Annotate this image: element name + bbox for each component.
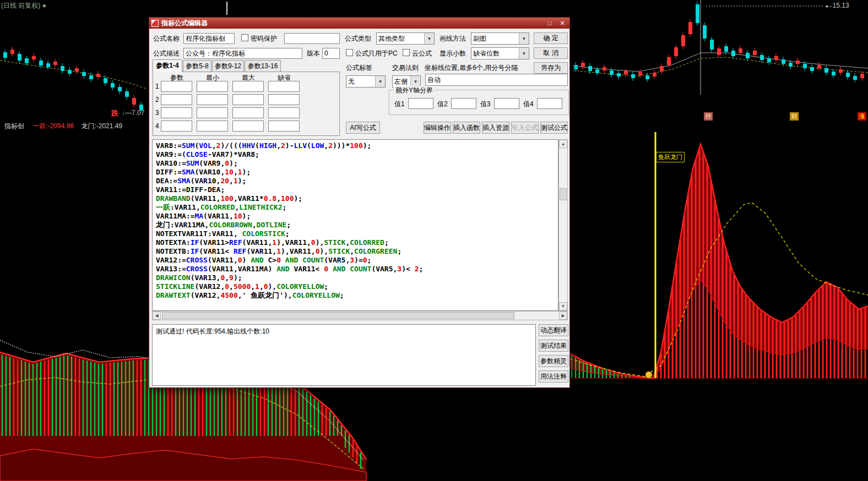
insert-function-button[interactable]: 插入函数 [453,122,480,134]
param-col-header: 缺省 [278,74,291,81]
dynamic-translate-button[interactable]: 动态翻译 [539,324,568,336]
y-value-input-1[interactable] [408,98,433,109]
param-input-r2c4[interactable] [268,94,300,105]
y-value-input-2[interactable] [451,98,476,109]
tab-params-4[interactable]: 参数13-16 [245,60,281,72]
formula-tag-select[interactable]: 无▼ [346,75,386,88]
axis-position-input[interactable]: 自动 [425,74,568,86]
chevron-down-icon[interactable]: ▼ [410,76,420,87]
param-input-r4c3[interactable] [232,121,264,132]
insert-resource-button[interactable]: 插入资源 [482,122,509,134]
param-input-r3c1[interactable] [161,107,192,118]
fall-value: ↓—7.07 [122,109,144,117]
chevron-down-icon[interactable]: ▼ [519,48,529,59]
cancel-button[interactable]: 取 消 [534,47,568,59]
param-input-r3c3[interactable] [232,107,264,118]
hscroll-thumb[interactable] [162,312,514,319]
dialog-icon [151,20,159,27]
param-input-r2c2[interactable] [197,94,228,105]
tab-params-3[interactable]: 参数9-12 [212,60,244,72]
scroll-left-icon[interactable]: ◀ [153,311,161,320]
maximize-button[interactable]: □ [545,19,555,28]
test-result-box: 测试通过! 代码长度:954,输出线个数:10 [152,324,536,386]
price-tag: ◂—15.13 [825,2,849,9]
tab-params-1[interactable]: 参数1-4 [153,59,182,72]
param-input-r3c2[interactable] [197,107,228,118]
password-checkbox[interactable] [241,34,248,41]
tab-params-2[interactable]: 参数5-8 [183,60,211,72]
pc-only-checkbox[interactable] [346,49,353,56]
y-value-input-3[interactable] [494,98,519,109]
y-value-label-4: 值4 [523,100,534,108]
param-input-r1c4[interactable] [268,81,300,92]
param-input-r4c2[interactable] [197,121,228,132]
ai-write-formula-button[interactable]: AI写公式 [346,122,380,134]
y-value-label-2: 值2 [437,100,448,108]
draw-method-select[interactable]: 副图▼ [471,32,529,45]
import-formula-button[interactable]: 引入公式 [511,122,539,134]
parameter-wizard-button[interactable]: 参数精灵 [539,355,568,367]
scroll-up-icon[interactable]: ▲ [559,140,567,148]
vscroll-thumb[interactable] [560,188,567,200]
y-value-label-3: 值3 [480,100,491,108]
pc-only-label: 公式只用于PC [355,50,398,57]
code-editor[interactable]: VAR8:=SUM(VOL,2)/(((HHV(HIGH,2)-LLV(LOW,… [152,139,558,311]
param-row-label: 1 [155,83,159,90]
param-input-r4c4[interactable] [268,121,300,132]
formula-tag-label: 公式标签 [346,64,372,72]
decimal-label: 显示小数 [440,50,466,57]
y-value-input-4[interactable] [537,98,562,109]
editor-vscrollbar[interactable]: ▲ ▼ [558,139,568,311]
chevron-down-icon[interactable]: ▼ [424,33,434,44]
version-label: 版本 [307,50,320,57]
param-input-r2c1[interactable] [161,94,192,105]
param-grid: 参数最小最大缺省1234 [153,72,340,136]
marker-rank: 榜 [704,112,713,121]
scroll-right-icon[interactable]: ▶ [559,311,567,320]
extra-y-axis-group: 额外Y轴分界 值1值2值3值4 [389,90,569,115]
param-input-r3c4[interactable] [268,107,300,118]
usage-notes-button[interactable]: 用法注释 [539,370,568,382]
param-input-r1c2[interactable] [197,81,228,92]
param-input-r4c1[interactable] [161,121,192,132]
cloud-formula-label: 云公式 [412,50,432,57]
param-col-header: 最大 [242,74,255,81]
param-input-r1c3[interactable] [232,81,264,92]
formula-editor-dialog: 指标公式编辑器 □ ✕ 公式名称 程序化指标创 密码保护 公式类型 其他类型▼ … [149,17,570,388]
password-label: 密码保护 [251,35,277,42]
dialog-title: 指标公式编辑器 [161,19,542,28]
formula-type-select[interactable]: 其他类型▼ [376,32,435,45]
y-value-label-1: 值1 [394,100,405,108]
dialog-titlebar[interactable]: 指标公式编辑器 □ ✕ [149,18,569,29]
test-result-button[interactable]: 测试结果 [539,340,568,352]
decimal-select[interactable]: 缺省位数▼ [471,47,529,59]
chart-annotation: 鱼跃龙门 [656,152,685,162]
formula-desc-input[interactable]: 公众号：程序化指标 [183,48,302,59]
param-row-label: 3 [155,109,159,117]
chevron-down-icon[interactable]: ▼ [519,33,529,44]
editor-hscrollbar[interactable]: ◀ ▶ [152,311,568,320]
param-input-r2c3[interactable] [232,94,264,105]
password-input[interactable] [284,33,340,44]
param-input-r1c1[interactable] [161,81,192,92]
formula-type-label: 公式类型 [345,35,371,42]
formula-name-input[interactable]: 程序化指标创 [183,33,235,44]
left-arrow-icon: ◂— [825,3,833,9]
ok-button[interactable]: 确 定 [534,32,568,44]
save-as-button[interactable]: 另存为 [534,62,568,74]
test-result-text: 测试通过! 代码长度:954,输出线个数:10 [156,327,269,335]
formula-desc-label: 公式描述 [153,50,180,57]
axis-position-label: 坐标线位置,最多6个,用分号分隔 [425,64,518,72]
chevron-down-icon[interactable]: ▼ [375,76,385,87]
version-input[interactable]: 0 [322,48,340,59]
indicator-label-row: 指标创 一跃:-2094.96 龙门:-2021.49 [4,122,122,131]
edit-operation-button[interactable]: 编辑操作 [424,122,451,134]
extra-y-axis-label: 额外Y轴分界 [394,86,435,95]
scroll-down-icon[interactable]: ▼ [559,302,567,310]
app-screen: (日线 前复权) ● 跌 ↓—7.07 指标创 一跃:-2094.96 龙门:-… [0,0,868,481]
test-formula-button[interactable]: 测试公式 [540,122,568,134]
close-button[interactable]: ✕ [557,19,567,28]
formula-name-label: 公式名称 [153,35,180,42]
trade-rule-label: 交易法则 [392,64,419,72]
cloud-formula-checkbox[interactable] [403,49,410,56]
